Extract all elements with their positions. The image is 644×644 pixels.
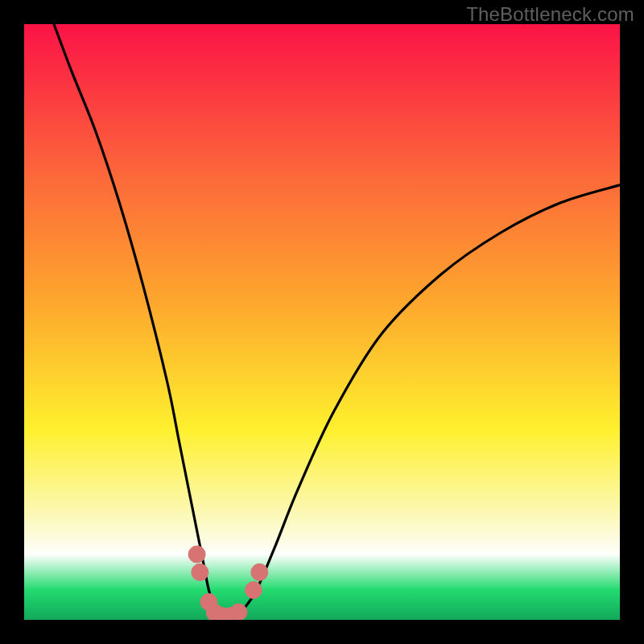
curve-marker <box>245 582 262 599</box>
gradient-background <box>24 24 620 620</box>
curve-marker <box>188 546 205 563</box>
chart-frame: TheBottleneck.com <box>0 0 644 644</box>
curve-marker <box>192 564 208 580</box>
curve-marker <box>251 564 268 580</box>
plot-area <box>24 24 620 620</box>
bottleneck-chart <box>24 24 620 620</box>
curve-marker <box>230 604 247 620</box>
watermark-text: TheBottleneck.com <box>466 3 634 26</box>
